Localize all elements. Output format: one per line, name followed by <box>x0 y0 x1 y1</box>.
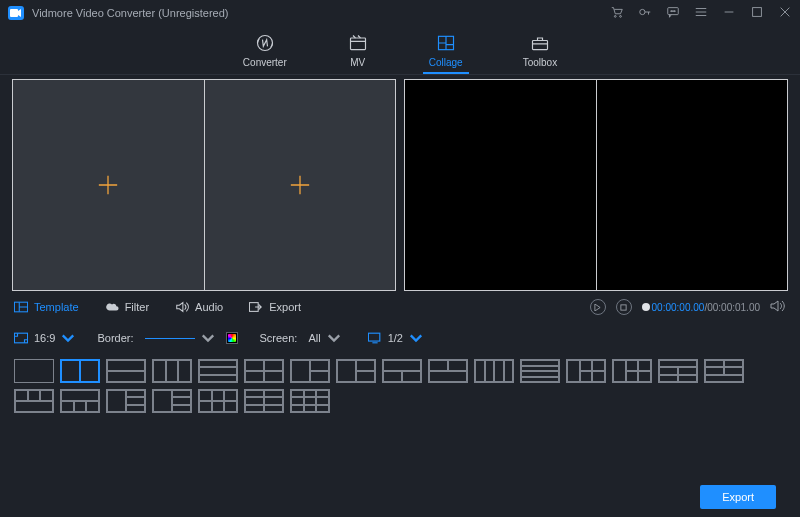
sub-toolbar: Template Filter Audio Export 00:00:00.00… <box>0 295 800 319</box>
template-2x3[interactable] <box>198 389 238 413</box>
edit-cell-2[interactable] <box>205 80 396 290</box>
template-2x1[interactable] <box>106 359 146 383</box>
svg-rect-12 <box>532 41 547 50</box>
svg-point-1 <box>614 16 616 18</box>
screen-value: All <box>308 332 320 344</box>
preview-panel <box>404 79 788 291</box>
svg-rect-16 <box>14 333 27 343</box>
template-t1b2x2[interactable] <box>658 359 698 383</box>
pager-value: 1/2 <box>388 332 403 344</box>
screen-label: Screen: <box>260 332 298 344</box>
play-button[interactable] <box>590 299 606 315</box>
template-1x3[interactable] <box>152 359 192 383</box>
svg-rect-8 <box>753 8 762 17</box>
template-l1r3[interactable] <box>152 389 192 413</box>
svg-point-7 <box>674 11 675 12</box>
template-t1b3[interactable] <box>60 389 100 413</box>
time-total: 00:00:01.00 <box>707 302 760 313</box>
svg-point-6 <box>672 11 673 12</box>
border-style-select[interactable] <box>140 330 220 346</box>
pager[interactable]: 1/2 <box>368 332 423 344</box>
tab-converter[interactable]: Converter <box>237 29 293 72</box>
subtab-template-label: Template <box>34 301 79 313</box>
minimize-icon[interactable] <box>722 5 736 21</box>
template-gallery <box>0 353 800 413</box>
preview-cell-1 <box>405 80 596 290</box>
volume-icon[interactable] <box>770 299 786 315</box>
app-logo <box>8 6 24 20</box>
svg-rect-0 <box>10 9 18 17</box>
tab-mv-label: MV <box>350 57 365 68</box>
add-media-icon <box>97 174 119 196</box>
template-3x2[interactable] <box>244 389 284 413</box>
svg-point-2 <box>620 16 622 18</box>
template-3x3[interactable] <box>290 389 330 413</box>
feedback-icon[interactable] <box>666 5 680 21</box>
svg-rect-10 <box>350 38 365 50</box>
tab-mv[interactable]: MV <box>341 29 375 72</box>
export-button[interactable]: Export <box>700 485 776 509</box>
border-label: Border: <box>97 332 133 344</box>
subtab-template[interactable]: Template <box>14 301 79 313</box>
aspect-ratio-select[interactable]: 16:9 <box>14 332 75 344</box>
edit-panel <box>12 79 396 291</box>
template-l1r2x2[interactable] <box>566 359 606 383</box>
screen-select[interactable]: All <box>303 330 345 346</box>
add-media-icon <box>289 174 311 196</box>
template-l-split[interactable] <box>290 359 330 383</box>
options-row: 16:9 Border: Screen: All 1/2 <box>0 323 800 353</box>
template-b-split[interactable] <box>428 359 468 383</box>
subtab-filter[interactable]: Filter <box>105 301 149 313</box>
close-icon[interactable] <box>778 5 792 21</box>
template-1x1[interactable] <box>14 359 54 383</box>
template-2x2[interactable] <box>244 359 284 383</box>
chevron-down-icon <box>61 332 75 344</box>
progress-thumb[interactable] <box>642 303 650 311</box>
cart-icon[interactable] <box>610 5 624 21</box>
template-4x1[interactable] <box>520 359 560 383</box>
time-current: 00:00:00.00 <box>652 302 705 313</box>
screen-option: Screen: All <box>260 330 346 346</box>
template-r1l2x2[interactable] <box>612 359 652 383</box>
template-r-split[interactable] <box>336 359 376 383</box>
workspace <box>0 75 800 291</box>
svg-point-3 <box>640 9 645 14</box>
footer: Export <box>0 477 800 517</box>
chevron-down-icon <box>327 332 341 344</box>
template-t-split[interactable] <box>382 359 422 383</box>
subtab-export-label: Export <box>269 301 301 313</box>
preview-cell-2 <box>597 80 788 290</box>
subtab-export[interactable]: Export <box>249 301 301 313</box>
subtab-audio[interactable]: Audio <box>175 301 223 313</box>
template-l3r1[interactable] <box>106 389 146 413</box>
subtab-filter-label: Filter <box>125 301 149 313</box>
border-color-picker[interactable] <box>226 332 238 344</box>
stop-button[interactable] <box>616 299 632 315</box>
tab-toolbox-label: Toolbox <box>523 57 557 68</box>
tab-toolbox[interactable]: Toolbox <box>517 29 563 72</box>
border-option: Border: <box>97 330 237 346</box>
svg-point-5 <box>671 11 672 12</box>
template-t3b1[interactable] <box>14 389 54 413</box>
template-3x1[interactable] <box>198 359 238 383</box>
window-title: Vidmore Video Converter (Unregistered) <box>32 7 228 19</box>
chevron-down-icon <box>409 332 423 344</box>
subtab-audio-label: Audio <box>195 301 223 313</box>
time-display: 00:00:00.00/00:00:01.00 <box>652 302 760 313</box>
border-preview <box>145 338 195 339</box>
tab-collage[interactable]: Collage <box>423 29 469 72</box>
edit-cell-1[interactable] <box>13 80 204 290</box>
template-1x4[interactable] <box>474 359 514 383</box>
tab-converter-label: Converter <box>243 57 287 68</box>
tab-collage-label: Collage <box>429 57 463 68</box>
chevron-down-icon <box>201 332 215 344</box>
menu-icon[interactable] <box>694 5 708 21</box>
svg-rect-15 <box>621 304 626 309</box>
main-tabs: Converter MV Collage Toolbox <box>0 26 800 74</box>
maximize-icon[interactable] <box>750 5 764 21</box>
title-bar: Vidmore Video Converter (Unregistered) <box>0 0 800 26</box>
template-1x2[interactable] <box>60 359 100 383</box>
key-icon[interactable] <box>638 5 652 21</box>
svg-rect-17 <box>368 333 379 341</box>
template-b1t2x2[interactable] <box>704 359 744 383</box>
